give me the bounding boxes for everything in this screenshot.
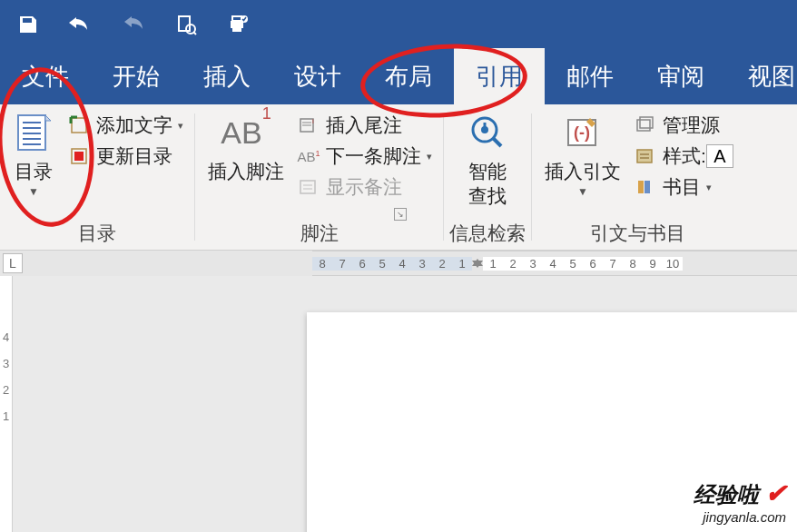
tab-design[interactable]: 设计 [272,48,363,104]
insert-citation-button[interactable]: (-) 插入引文 ▼ [537,108,628,198]
svg-rect-25 [637,150,652,163]
tab-label: 开始 [113,61,160,93]
ruler-tick: 3 [523,257,543,271]
insert-citation-label: 插入引文 [545,159,621,183]
show-notes-icon [297,176,320,198]
document-area: 4321 [0,276,797,532]
next-footnote-icon: AB1 [297,145,320,167]
tab-label: 布局 [385,61,432,93]
smart-lookup-icon [467,112,508,153]
add-text-button[interactable]: 添加文字 ▾ [62,110,189,141]
svg-rect-10 [74,152,84,161]
horizontal-ruler[interactable]: 87654321 12345678910 [312,251,797,276]
ruler-tick: 6 [583,257,603,271]
chevron-down-icon: ▾ [178,120,183,132]
tab-layout[interactable]: 布局 [363,48,454,104]
tab-references[interactable]: 引用 [454,48,545,104]
insert-footnote-button[interactable]: AB1 插入脚注 [201,108,291,183]
svg-rect-23 [637,120,650,131]
ruler-tick: 1 [3,409,9,423]
ruler-tick: 10 [663,257,683,271]
save-icon[interactable] [11,7,45,42]
ruler-tick: 4 [543,257,563,271]
ruler-tick: 1 [483,257,503,271]
style-selector[interactable]: 样式: [628,141,739,172]
ruler-tick: 2 [432,257,452,271]
ruler-tick: 5 [563,257,583,271]
svg-text:i: i [312,117,314,125]
canvas[interactable] [13,276,797,532]
group-label-research: 信息检索 [449,217,526,248]
tab-label: 引用 [476,61,523,93]
insert-footnote-label: 插入脚注 [208,159,284,183]
tab-label: 视图 [748,61,795,93]
chevron-down-icon: ▾ [706,182,712,193]
ruler-tick: 1 [452,257,472,271]
undo-icon[interactable] [64,7,98,42]
tab-view[interactable]: 视图 [726,48,797,104]
redo-icon[interactable] [116,7,151,42]
tab-selector[interactable]: L [3,253,23,273]
ribbon-tabs: 文件 开始 插入 设计 布局 引用 邮件 审阅 视图 帮助 [0,48,797,104]
next-footnote-button[interactable]: AB1 下一条脚注 ▾ [291,141,438,172]
svg-rect-28 [638,181,644,193]
tab-label: 设计 [294,61,341,93]
show-notes-button: 显示备注 [291,172,438,202]
toc-button-label: 目录 [15,159,53,183]
svg-rect-24 [640,117,653,128]
next-footnote-label: 下一条脚注 [326,143,421,169]
group-toc: 目录 ▼ 添加文字 ▾ 更新目录 目录 [0,104,194,250]
tab-file[interactable]: 文件 [0,48,91,104]
ruler-tick: 5 [372,257,392,271]
add-text-label: 添加文字 [96,113,172,138]
horizontal-ruler-bar: L 87654321 12345678910 [0,251,797,276]
group-label-citations: 引文与书目 [590,217,685,248]
footnotes-dialog-launcher-icon[interactable]: ↘ [394,208,407,221]
ruler-tick: 6 [352,257,372,271]
insert-endnote-label: 插入尾注 [326,113,402,138]
tab-home[interactable]: 开始 [91,48,182,104]
group-label-toc: 目录 [78,217,116,248]
insert-endnote-button[interactable]: i 插入尾注 [291,110,438,141]
svg-rect-8 [72,118,86,133]
bibliography-icon [634,176,657,198]
vertical-ruler[interactable]: 4321 [0,276,13,532]
show-notes-label: 显示备注 [326,174,402,200]
smart-lookup-button[interactable]: 智能查找 [459,108,516,209]
smart-lookup-label: 智能查找 [468,159,507,209]
tab-label: 审阅 [657,61,704,93]
ruler-tick: 3 [3,357,9,370]
quick-print-icon[interactable] [221,7,256,42]
ruler-tick: 2 [3,383,9,397]
insert-citation-icon: (-) [562,112,604,153]
tab-mailings[interactable]: 邮件 [545,48,635,104]
style-input[interactable] [706,144,733,168]
print-preview-icon[interactable] [169,7,203,42]
manage-sources-label: 管理源 [663,113,720,138]
ruler-tick: 8 [312,257,332,271]
toc-button[interactable]: 目录 ▼ [5,108,62,198]
group-research: 智能查找 信息检索 [444,104,531,250]
tab-review[interactable]: 审阅 [635,48,726,104]
insert-footnote-icon: AB1 [225,112,267,153]
manage-sources-button[interactable]: 管理源 [628,110,739,141]
update-toc-button[interactable]: 更新目录 [62,141,189,172]
ruler-tick: 9 [643,257,663,271]
chevron-down-icon: ▼ [577,185,588,198]
bibliography-label: 书目 [663,174,701,200]
left-indent-marker-icon[interactable] [472,259,483,266]
add-text-icon [67,114,91,136]
watermark: 经验啦 ✔ jingyanla.com [694,478,786,525]
quick-access-toolbar [0,0,797,48]
ruler-tick: 8 [623,257,643,271]
insert-endnote-icon: i [297,114,320,136]
update-toc-icon [67,145,91,167]
svg-point-19 [481,126,488,133]
svg-rect-29 [644,181,650,193]
svg-text:(-): (-) [574,123,590,142]
style-label: 样式: [663,143,706,169]
ruler-tick: 7 [603,257,623,271]
bibliography-button[interactable]: 书目 ▾ [628,172,739,202]
tab-insert[interactable]: 插入 [182,48,272,104]
group-citations: (-) 插入引文 ▼ 管理源 样式: 书目 ▾ [532,104,739,250]
